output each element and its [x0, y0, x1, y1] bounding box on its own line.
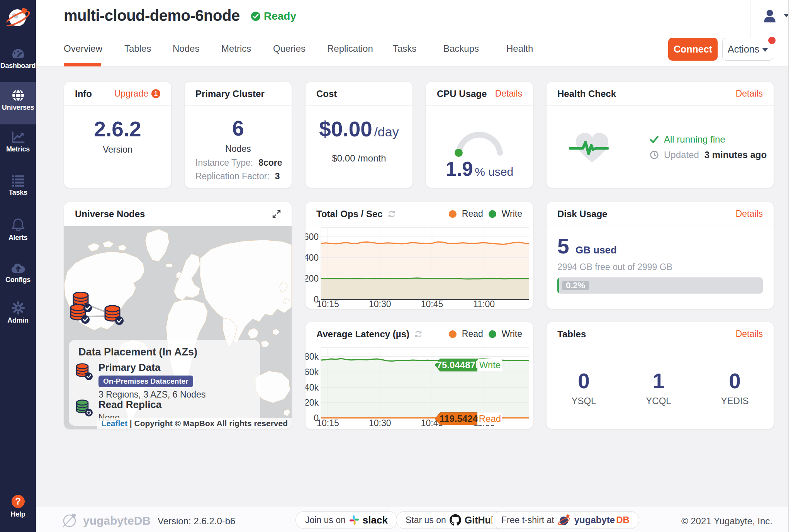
tab-replication[interactable]: Replication [327, 43, 373, 54]
disk-usage-card: Disk Usage Details 5 GB used 2994 GB fre… [547, 202, 774, 309]
tshirt-button[interactable]: Free t-shirt at yugabyteDB [492, 511, 639, 529]
nodes-label: Nodes [225, 144, 251, 154]
footer-copyright: © 2021 Yugabyte, Inc. [681, 516, 772, 527]
nodes-count: 6 [232, 116, 244, 141]
primary-data-icon [75, 362, 95, 382]
tab-nodes[interactable]: Nodes [173, 43, 199, 54]
total-ops-chart: 10:1510:3010:4511:000200400600 [306, 226, 533, 309]
health-details-link[interactable]: Details [736, 88, 763, 99]
cpu-usage-card: CPU Usage Details 1.9 % used [426, 82, 533, 188]
header: multi-cloud-demo-6node Ready OverviewTab… [36, 0, 791, 66]
refresh-icon[interactable] [414, 330, 423, 338]
ycql-count: 1YCQL [646, 369, 671, 406]
help-icon: ? [12, 495, 25, 508]
actions-button[interactable]: Actions [722, 38, 773, 61]
latency-legend: Read Write [449, 329, 522, 339]
github-icon [450, 514, 461, 526]
ready-check-icon [251, 11, 261, 21]
svg-text:400: 400 [306, 253, 319, 263]
svg-text:10:30: 10:30 [369, 299, 391, 309]
active-tab-underline [64, 63, 101, 66]
svg-text:60k: 60k [306, 367, 319, 377]
disk-details-link[interactable]: Details [736, 209, 763, 219]
primary-data-info: 3 Regions, 3 AZS, 6 Nodes [98, 389, 205, 400]
svg-text:40k: 40k [306, 382, 319, 393]
leaflet-link[interactable]: Leaflet [101, 419, 127, 428]
datacenter-badge: On-Premises Datacenter [98, 376, 193, 387]
footer-version: Version: 2.6.2.0-b6 [158, 516, 235, 527]
yugabyte-planet-icon [558, 513, 571, 527]
total-ops-card: Total Ops / Sec Read Write 10:1510:3010:… [306, 202, 533, 309]
disk-progress-fill [557, 277, 559, 294]
primary-data-label: Primary Data [98, 362, 160, 374]
tab-tasks[interactable]: Tasks [393, 43, 416, 54]
svg-text:11:00: 11:00 [473, 299, 495, 309]
world-map[interactable]: Data Placement (In AZs) Primary Data On-… [64, 226, 292, 429]
connect-button[interactable]: Connect [668, 38, 718, 61]
upgrade-link[interactable]: Upgrade 1 [114, 88, 160, 99]
heart-pulse-icon [569, 131, 615, 164]
svg-text:0: 0 [314, 294, 319, 304]
sidebar-item-metrics[interactable]: Metrics [0, 131, 36, 153]
cpu-value-row: 1.9 % used [426, 158, 533, 180]
write-legend-dot [489, 210, 496, 218]
sidebar-item-alerts[interactable]: Alerts [0, 218, 36, 242]
svg-text:200: 200 [306, 274, 319, 284]
version-value: 2.6.2 [94, 117, 141, 141]
alerts-bell-icon [11, 218, 25, 232]
disk-used-row: 5 GB used [557, 234, 617, 258]
latency-title: Average Latency (µs) [316, 329, 409, 340]
expand-icon[interactable] [272, 210, 281, 218]
footer: yugabyteDB Version: 2.6.2.0-b6 Join us o… [36, 507, 791, 532]
status-badge: Ready [251, 10, 296, 22]
slack-button[interactable]: Join us on slack [295, 511, 397, 529]
tab-health[interactable]: Health [506, 43, 533, 54]
github-button[interactable]: Star us on GitHub [396, 511, 506, 529]
universe-title: multi-cloud-demo-6node [64, 7, 240, 24]
replication-factor-row: Replication Factor:3 [195, 171, 280, 182]
svg-text:10:15: 10:15 [317, 418, 339, 428]
user-avatar-icon[interactable] [763, 8, 777, 23]
sidebar-item-dashboard[interactable]: Dashboard [0, 48, 36, 70]
map-node-markers [70, 292, 127, 328]
sidebar-item-admin[interactable]: Admin [0, 301, 36, 325]
configs-cloud-icon [10, 262, 26, 274]
read-legend-dot [449, 330, 457, 338]
tab-metrics[interactable]: Metrics [221, 43, 251, 54]
ops-legend: Read Write [449, 209, 522, 219]
yedis-count: 0YEDIS [721, 369, 749, 406]
tables-details-link[interactable]: Details [736, 329, 763, 339]
yugabyte-logo-icon[interactable] [7, 5, 30, 29]
sidebar: Dashboard Universes Metrics Tasks [0, 0, 36, 532]
sidebar-item-help[interactable]: ? Help [0, 495, 36, 518]
sidebar-item-configs[interactable]: Configs [0, 262, 36, 284]
write-legend-dot [489, 330, 496, 338]
svg-text:0: 0 [314, 413, 319, 423]
actions-caret-icon [762, 48, 768, 52]
cpu-details-link[interactable]: Details [495, 88, 522, 99]
read-legend-dot [449, 210, 457, 218]
cpu-gauge [426, 106, 533, 164]
svg-text:600: 600 [306, 232, 319, 242]
tab-tables[interactable]: Tables [124, 43, 151, 54]
primary-cluster-title: Primary Cluster [195, 88, 265, 99]
tab-overview[interactable]: Overview [64, 43, 102, 54]
data-placement-title: Data Placement (In AZs) [78, 346, 197, 358]
tables-card-title: Tables [557, 329, 586, 340]
svg-text:10:30: 10:30 [369, 418, 391, 428]
tasks-icon [11, 175, 25, 187]
latency-chart: 10:1510:3010:4511:00020k40k60k80k75.0448… [306, 346, 533, 429]
svg-text:119.5424: 119.5424 [440, 413, 478, 424]
tab-queries[interactable]: Queries [273, 43, 306, 54]
svg-text:10:15: 10:15 [317, 299, 339, 309]
info-card-title: Info [75, 88, 92, 99]
instance-type-row: Instance Type:8core [195, 158, 282, 168]
scrollbar[interactable] [788, 0, 791, 532]
sidebar-item-tasks[interactable]: Tasks [0, 175, 36, 197]
universes-globe-icon [12, 89, 25, 102]
sidebar-item-universes[interactable]: Universes [0, 89, 36, 112]
refresh-icon[interactable] [387, 210, 396, 218]
svg-text:Read: Read [479, 413, 501, 424]
map-attribution: Leaflet | Copyright © MapBox All rights … [97, 418, 292, 429]
tab-backups[interactable]: Backups [443, 43, 479, 54]
